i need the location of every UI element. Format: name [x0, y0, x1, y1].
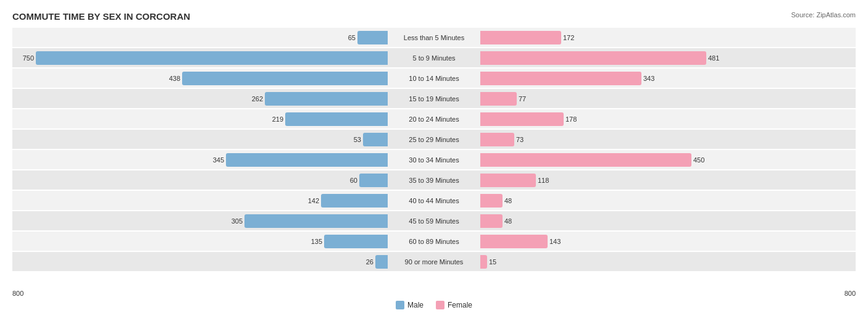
male-bar: [321, 194, 388, 208]
female-bar: [480, 255, 487, 269]
bar-label: 5 to 9 Minutes: [388, 54, 480, 62]
bar-label: Less than 5 Minutes: [388, 34, 480, 41]
male-bar: [36, 51, 388, 65]
female-bar: [480, 235, 548, 248]
bars-area: 65Less than 5 Minutes1727505 to 9 Minute…: [12, 28, 856, 287]
table-row: 34530 to 34 Minutes450: [12, 150, 856, 169]
female-bar: [480, 112, 564, 126]
val-female: 343: [643, 75, 654, 82]
table-row: 43810 to 14 Minutes343: [12, 69, 856, 88]
val-female: 450: [693, 156, 704, 164]
legend-female-label: Female: [448, 301, 472, 309]
val-female: 172: [563, 34, 574, 41]
bar-label: 30 to 34 Minutes: [388, 156, 480, 164]
val-female: 178: [565, 115, 577, 123]
val-male: 135: [311, 238, 322, 245]
female-bar: [480, 133, 514, 146]
table-row: 2690 or more Minutes15: [12, 252, 856, 271]
bar-label: 40 to 44 Minutes: [388, 197, 480, 204]
bar-label: 10 to 14 Minutes: [388, 75, 480, 82]
val-male: 438: [169, 75, 180, 82]
male-bar: [375, 255, 388, 269]
axis-labels: 800 800: [12, 290, 856, 297]
val-female: 15: [489, 258, 496, 266]
val-male: 60: [350, 177, 357, 184]
bar-label: 45 to 59 Minutes: [388, 217, 480, 225]
male-bar: [285, 112, 388, 126]
male-bar: [265, 92, 388, 106]
table-row: 65Less than 5 Minutes172: [12, 28, 856, 47]
male-bar: [226, 153, 388, 167]
legend-female-box: [436, 301, 444, 309]
female-bar: [480, 92, 517, 106]
bar-label: 25 to 29 Minutes: [388, 136, 480, 143]
legend: Male Female: [12, 301, 856, 309]
val-female: 73: [516, 136, 524, 143]
val-male: 142: [308, 197, 319, 204]
legend-male-box: [396, 301, 404, 309]
bar-label: 90 or more Minutes: [388, 258, 480, 266]
female-bar: [480, 31, 561, 44]
legend-female: Female: [436, 301, 472, 309]
val-female: 143: [549, 238, 561, 245]
bar-label: 20 to 24 Minutes: [388, 115, 480, 123]
male-bar: [324, 235, 388, 248]
val-male: 345: [213, 156, 224, 164]
val-female: 77: [519, 95, 526, 103]
table-row: 21920 to 24 Minutes178: [12, 109, 856, 128]
table-row: 13560 to 89 Minutes143: [12, 232, 856, 251]
val-male: 65: [348, 34, 356, 41]
val-female: 481: [708, 54, 719, 62]
axis-right: 800: [845, 290, 856, 297]
val-female: 48: [504, 217, 512, 225]
female-bar: [480, 72, 641, 85]
val-male: 750: [23, 54, 34, 62]
chart-title: COMMUTE TIME BY SEX IN CORCORAN: [12, 11, 856, 22]
val-male: 305: [232, 217, 243, 225]
table-row: 14240 to 44 Minutes48: [12, 191, 856, 210]
female-bar: [480, 153, 691, 167]
axis-left: 800: [12, 290, 23, 297]
source-label: Source: ZipAtlas.com: [791, 11, 856, 19]
table-row: 30545 to 59 Minutes48: [12, 211, 856, 230]
table-row: 7505 to 9 Minutes481: [12, 48, 856, 67]
val-male: 26: [366, 258, 373, 266]
female-bar: [480, 194, 503, 208]
male-bar: [244, 214, 388, 228]
val-female: 118: [538, 177, 549, 184]
table-row: 5325 to 29 Minutes73: [12, 130, 856, 149]
male-bar: [359, 174, 388, 187]
legend-male: Male: [396, 301, 424, 309]
female-bar: [480, 51, 706, 65]
male-bar: [182, 72, 388, 85]
bar-label: 15 to 19 Minutes: [388, 95, 480, 103]
male-bar: [363, 133, 388, 146]
chart-container: COMMUTE TIME BY SEX IN CORCORAN Source: …: [0, 0, 868, 323]
val-female: 48: [504, 197, 512, 204]
bar-label: 35 to 39 Minutes: [388, 177, 480, 184]
val-male: 262: [252, 95, 263, 103]
table-row: 26215 to 19 Minutes77: [12, 89, 856, 108]
male-bar: [357, 31, 388, 44]
val-male: 219: [272, 115, 283, 123]
female-bar: [480, 174, 536, 187]
table-row: 6035 to 39 Minutes118: [12, 170, 856, 190]
legend-male-label: Male: [407, 301, 424, 309]
bar-label: 60 to 89 Minutes: [388, 238, 480, 245]
female-bar: [480, 214, 503, 228]
val-male: 53: [354, 136, 361, 143]
